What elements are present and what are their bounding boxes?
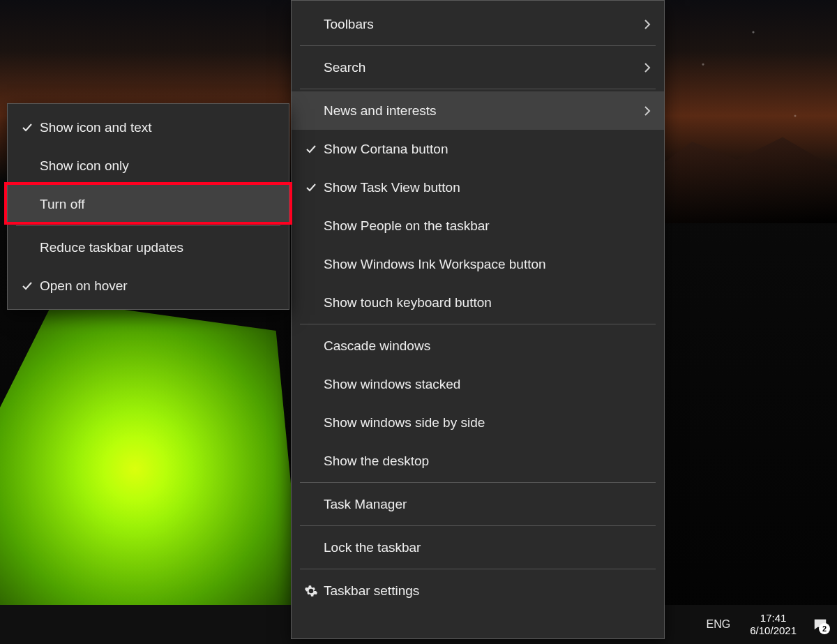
menu-separator (300, 89, 656, 89)
menu-label: Taskbar settings (324, 583, 651, 599)
menu-item-cascade-windows[interactable]: Cascade windows (292, 327, 664, 365)
clock-time: 17:41 (760, 612, 787, 624)
menu-label: Cascade windows (324, 338, 651, 354)
clock-date: 6/10/2021 (750, 624, 797, 637)
check-icon (299, 181, 324, 194)
menu-label: Show Cortana button (324, 142, 651, 157)
menu-item-show-task-view-button[interactable]: Show Task View button (292, 168, 664, 207)
menu-label: Toolbars (324, 17, 638, 32)
submenu-item-show-icon-and-text[interactable]: Show icon and text (8, 108, 289, 147)
menu-item-show-windows-stacked[interactable]: Show windows stacked (292, 365, 664, 403)
menu-separator (300, 569, 656, 569)
menu-label: Task Manager (324, 497, 651, 512)
menu-item-show-the-desktop[interactable]: Show the desktop (292, 442, 664, 480)
action-center-icon[interactable]: 2 (809, 613, 831, 636)
menu-item-show-people[interactable]: Show People on the taskbar (292, 207, 664, 245)
notification-badge: 2 (819, 623, 830, 634)
menu-item-show-cortana-button[interactable]: Show Cortana button (292, 130, 664, 168)
menu-item-task-manager[interactable]: Task Manager (292, 485, 664, 523)
menu-label: Search (324, 60, 638, 75)
menu-separator (300, 482, 656, 483)
menu-label: Reduce taskbar updates (40, 240, 276, 255)
gear-icon (299, 584, 324, 598)
check-icon (15, 280, 40, 292)
taskbar-context-menu: Toolbars Search News and interests Show … (291, 0, 665, 639)
wallpaper-tent (0, 300, 300, 607)
language-indicator[interactable]: ENG (700, 618, 738, 631)
menu-label: Show Windows Ink Workspace button (324, 257, 651, 272)
menu-label: Show Task View button (324, 180, 651, 195)
system-tray: ENG 17:41 6/10/2021 2 (700, 605, 837, 644)
menu-item-show-touch-keyboard[interactable]: Show touch keyboard button (292, 283, 664, 322)
menu-separator (300, 324, 656, 324)
menu-item-news-and-interests[interactable]: News and interests (292, 91, 664, 130)
menu-label: Lock the taskbar (324, 540, 651, 555)
menu-label: Show icon and text (40, 120, 276, 135)
menu-separator (16, 225, 280, 226)
menu-label: Show windows side by side (324, 415, 651, 430)
menu-label: Turn off (40, 197, 276, 212)
submenu-item-reduce-taskbar-updates[interactable]: Reduce taskbar updates (8, 228, 289, 267)
chevron-right-icon (638, 105, 651, 117)
submenu-item-open-on-hover[interactable]: Open on hover (8, 267, 289, 305)
menu-separator (300, 45, 656, 46)
submenu-item-show-icon-only[interactable]: Show icon only (8, 147, 289, 185)
chevron-right-icon (638, 19, 651, 30)
chevron-right-icon (638, 62, 651, 73)
menu-separator (300, 525, 656, 526)
news-interests-submenu: Show icon and text Show icon only Turn o… (7, 103, 289, 310)
check-icon (15, 121, 40, 134)
menu-item-toolbars[interactable]: Toolbars (292, 5, 664, 43)
menu-item-search[interactable]: Search (292, 48, 664, 87)
check-icon (299, 143, 324, 156)
menu-item-lock-taskbar[interactable]: Lock the taskbar (292, 528, 664, 567)
menu-label: Show People on the taskbar (324, 218, 651, 234)
menu-label: Show icon only (40, 158, 276, 174)
menu-label: Open on hover (40, 278, 276, 294)
menu-label: Show touch keyboard button (324, 295, 651, 310)
clock[interactable]: 17:41 6/10/2021 (744, 612, 802, 637)
submenu-item-turn-off[interactable]: Turn off (8, 185, 289, 223)
menu-label: Show windows stacked (324, 377, 651, 392)
menu-item-taskbar-settings[interactable]: Taskbar settings (292, 571, 664, 610)
menu-label: News and interests (324, 103, 638, 119)
menu-item-show-ink-workspace[interactable]: Show Windows Ink Workspace button (292, 245, 664, 283)
menu-label: Show the desktop (324, 454, 651, 469)
menu-item-show-windows-side-by-side[interactable]: Show windows side by side (292, 403, 664, 442)
